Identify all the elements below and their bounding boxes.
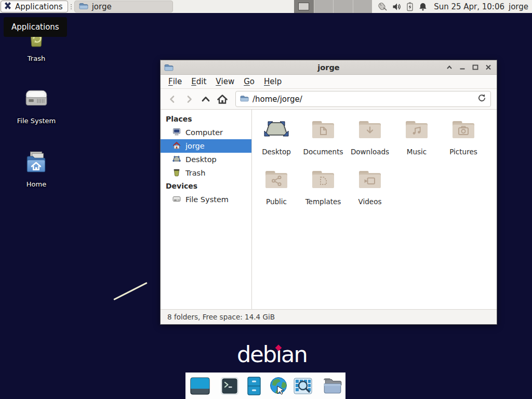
file-item-downloads[interactable]: Downloads: [347, 118, 393, 168]
file-item-label: Public: [266, 197, 287, 206]
sidebar-item-file-system[interactable]: File System: [161, 193, 251, 206]
sidebar-item-label: File System: [185, 195, 229, 204]
toolbar: /home/jorge/: [161, 88, 497, 110]
terminal-icon[interactable]: [220, 376, 240, 396]
path-field[interactable]: /home/jorge/: [235, 91, 491, 107]
sidebar-item-jorge[interactable]: jorge: [161, 139, 251, 153]
file-item-templates[interactable]: Templates: [300, 168, 347, 218]
debian-wordmark: debıan: [237, 342, 307, 367]
desktop-icon: [172, 155, 181, 165]
folder-pictures-icon: [451, 118, 476, 147]
window-titlebar[interactable]: jorge: [161, 60, 497, 75]
menu-edit[interactable]: Edit: [187, 75, 211, 88]
file-item-label: Pictures: [449, 148, 477, 156]
folder-videos-icon: [357, 168, 382, 196]
file-item-documents[interactable]: Documents: [300, 118, 347, 168]
file-item-label: Desktop: [262, 148, 291, 156]
folder-icon: [79, 2, 88, 11]
folder-public-icon: [264, 168, 289, 196]
back-button[interactable]: [164, 91, 181, 107]
workspace-3[interactable]: [333, 0, 353, 13]
sidebar-item-trash[interactable]: Trash: [161, 166, 251, 180]
file-item-label: Templates: [305, 197, 341, 206]
xfce-menu-icon: [3, 1, 12, 12]
workspace-4[interactable]: [353, 0, 373, 13]
sidebar-item-label: Desktop: [185, 155, 217, 164]
notifications-icon[interactable]: [418, 2, 428, 11]
menu-view[interactable]: View: [211, 75, 239, 88]
desktop-icon-file-system[interactable]: File System: [8, 87, 64, 125]
trash-icon: [172, 168, 181, 178]
file-item-public[interactable]: Public: [253, 168, 300, 218]
drive-icon: [23, 87, 49, 113]
applications-menu-label: Applications: [15, 2, 63, 11]
folder-documents-icon: [311, 118, 336, 147]
workspace-2[interactable]: [314, 0, 334, 13]
app-finder-icon[interactable]: [293, 376, 313, 396]
desktop-root: debıan Applications jorge: [0, 0, 532, 399]
reload-icon[interactable]: [477, 94, 486, 104]
file-view[interactable]: Desktop Documents: [252, 110, 497, 309]
folder-templates-icon: [311, 168, 336, 196]
forward-button[interactable]: [181, 91, 197, 107]
sidebar-item-label: Trash: [185, 169, 205, 177]
applications-tooltip: Applications: [4, 17, 67, 37]
sidebar-item-computer[interactable]: Computer: [161, 126, 251, 139]
close-button[interactable]: [484, 63, 493, 72]
menu-go[interactable]: Go: [239, 75, 259, 88]
sidebar-item-label: jorge: [185, 142, 205, 150]
workspace-1[interactable]: [294, 0, 314, 13]
folder-music-icon: [404, 118, 429, 147]
file-item-pictures[interactable]: Pictures: [440, 118, 487, 168]
sidebar-header-devices: Devices: [161, 180, 251, 193]
maximize-button[interactable]: [471, 63, 480, 72]
file-item-videos[interactable]: Videos: [347, 168, 393, 218]
sidebar-item-label: Computer: [185, 128, 223, 137]
file-item-music[interactable]: Music: [393, 118, 440, 168]
panel-handle[interactable]: [69, 2, 73, 11]
menu-file[interactable]: File: [164, 75, 187, 88]
top-panel: Applications jorge: [0, 0, 532, 13]
desktop-icon-label: Trash: [28, 55, 45, 62]
desktop-icon-label: File System: [17, 117, 56, 125]
workspace-switcher: [294, 0, 372, 13]
taskbar-window-button[interactable]: jorge: [74, 1, 173, 12]
shade-button[interactable]: [445, 63, 454, 72]
home-button[interactable]: [214, 91, 231, 107]
taskbar-window-label: jorge: [92, 2, 112, 11]
path-value[interactable]: /home/jorge/: [252, 95, 477, 104]
file-cabinet-icon[interactable]: [244, 376, 264, 396]
menu-bar: File Edit View Go Help: [161, 75, 497, 88]
drive-icon: [172, 195, 181, 205]
computer-icon: [172, 128, 181, 138]
show-desktop-icon[interactable]: [190, 376, 210, 396]
web-browser-icon[interactable]: [269, 376, 288, 396]
file-item-label: Documents: [303, 148, 343, 156]
desktop-special-icon: [264, 118, 289, 147]
workspace-window-preview: [298, 3, 309, 10]
file-manager-window: jorge File Edit View Go Help: [160, 60, 497, 325]
file-item-label: Music: [407, 148, 427, 156]
status-bar: 8 folders, Free space: 14.4 GiB: [161, 309, 497, 324]
menu-help[interactable]: Help: [259, 75, 286, 88]
up-button[interactable]: [197, 91, 214, 107]
battery-icon[interactable]: [406, 2, 414, 11]
volume-icon[interactable]: [392, 2, 402, 11]
folder-icon: [240, 94, 249, 104]
minimize-button[interactable]: [458, 63, 467, 72]
sidebar: Places Computer jorge: [161, 110, 252, 309]
applications-menu-button[interactable]: Applications: [1, 1, 68, 12]
desktop-icon-label: Home: [26, 180, 46, 188]
mouse-icon[interactable]: [377, 2, 388, 11]
home-icon: [172, 141, 181, 151]
dock: [185, 373, 345, 399]
desktop-icon-home[interactable]: Home: [8, 150, 64, 188]
folder-icon[interactable]: [322, 377, 343, 395]
file-item-label: Videos: [358, 197, 382, 206]
panel-clock[interactable]: Sun 25 Apr, 10:06: [434, 2, 504, 11]
file-item-label: Downloads: [351, 148, 389, 156]
sidebar-item-desktop[interactable]: Desktop: [161, 153, 251, 166]
file-item-desktop[interactable]: Desktop: [253, 118, 300, 168]
desktop-scratch-line: [113, 282, 148, 300]
panel-username: jorge: [509, 2, 528, 11]
